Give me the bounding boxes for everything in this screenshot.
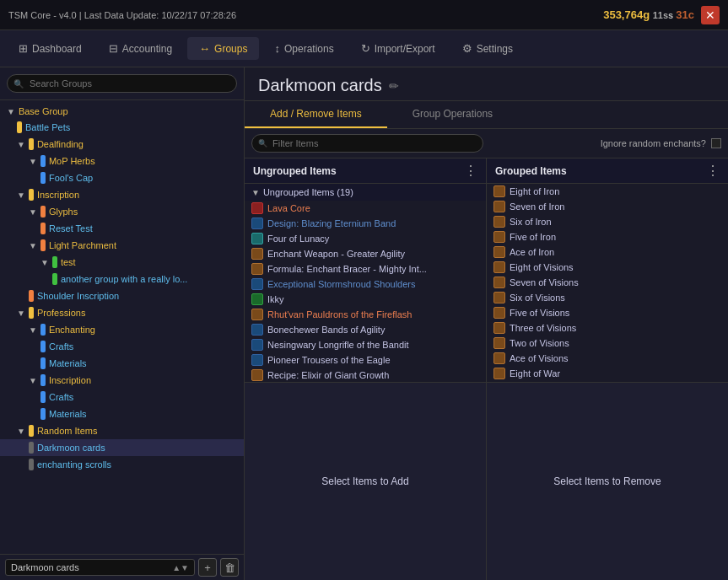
ungrouped-expand-arrow: ▼ bbox=[251, 188, 260, 197]
item-label: Ace of Iron bbox=[510, 247, 554, 257]
tree-item-crafts2[interactable]: Crafts bbox=[0, 389, 244, 405]
grouped-menu-icon[interactable]: ⋮ bbox=[706, 163, 720, 179]
expand-arrow: ▼ bbox=[29, 376, 37, 385]
reset-test-label: Reset Test bbox=[49, 223, 93, 234]
dot-orange bbox=[40, 206, 46, 218]
item-icon bbox=[251, 354, 263, 366]
select-remove-button[interactable]: Select Items to Remove bbox=[487, 382, 728, 581]
add-group-button[interactable]: + bbox=[198, 558, 217, 577]
last-update: Last Data Update: 10/22/17 07:28:26 bbox=[84, 10, 236, 20]
item-label: Pioneer Trousers of the Eagle bbox=[267, 355, 391, 365]
enchanting-label: Enchanting bbox=[49, 325, 95, 335]
item-icon bbox=[251, 339, 263, 351]
crafts-label: Crafts bbox=[49, 341, 73, 352]
ungrouped-list-item[interactable]: Exceptional Stormshroud Shoulders bbox=[245, 277, 486, 292]
ungrouped-list-item[interactable]: Lava Core bbox=[245, 201, 486, 216]
tree-item-inscription[interactable]: ▼ Inscription bbox=[0, 186, 244, 203]
tree-item-materials2[interactable]: Materials bbox=[0, 405, 244, 422]
tree-item-light-parchment[interactable]: ▼ Light Parchment bbox=[0, 237, 244, 254]
nav-groups[interactable]: ↔ Groups bbox=[187, 37, 259, 60]
ungrouped-list-item[interactable]: Enchant Weapon - Greater Agility bbox=[245, 246, 486, 261]
search-input[interactable] bbox=[7, 74, 237, 93]
tab-group-operations[interactable]: Group Operations bbox=[387, 101, 518, 128]
nav-accounting[interactable]: ⊟ Accounting bbox=[97, 37, 184, 60]
nav-dashboard[interactable]: ⊞ Dashboard bbox=[7, 37, 94, 60]
item-label: Eight of Visions bbox=[510, 262, 574, 272]
expand-arrow: ▼ bbox=[29, 325, 37, 335]
grouped-list-item[interactable]: Eight of Visions bbox=[487, 260, 728, 275]
current-group-item: Darkmoon cards ▲▼ bbox=[5, 559, 195, 576]
item-icon bbox=[251, 369, 263, 381]
content-header: Darkmoon cards ✏ bbox=[245, 67, 728, 101]
inscription2-label: Inscription bbox=[49, 375, 91, 385]
delete-group-button[interactable]: 🗑 bbox=[220, 558, 239, 577]
expand-arrow: ▼ bbox=[40, 258, 49, 267]
dot-green bbox=[52, 273, 57, 285]
item-label: Formula: Enchant Bracer - Mighty Int... bbox=[267, 264, 427, 274]
grouped-list-item[interactable]: Ace of Iron bbox=[487, 244, 728, 260]
select-add-button[interactable]: Select Items to Add bbox=[245, 382, 486, 581]
tree-item-reset-test[interactable]: Reset Test bbox=[0, 220, 244, 237]
ungrouped-list-item[interactable]: Ikky bbox=[245, 292, 486, 307]
ungrouped-list-item[interactable]: Rhut'van Pauldrons of the Fireflash bbox=[245, 307, 486, 322]
item-icon bbox=[251, 202, 263, 214]
item-label: Seven of Visions bbox=[510, 277, 579, 287]
filter-input[interactable] bbox=[251, 134, 483, 153]
tree-item-mop-herbs[interactable]: ▼ MoP Herbs bbox=[0, 153, 244, 169]
navbar: ⊞ Dashboard ⊟ Accounting ↔ Groups ↕ Oper… bbox=[0, 30, 728, 67]
ungrouped-list-item[interactable]: Pioneer Trousers of the Eagle bbox=[245, 352, 486, 368]
grouped-list-item[interactable]: Three of Visions bbox=[487, 320, 728, 336]
item-icon bbox=[493, 216, 505, 228]
item-icon bbox=[493, 201, 505, 212]
grouped-list-item[interactable]: Ace of Visions bbox=[487, 351, 728, 366]
ungrouped-panel-title: Ungrouped Items bbox=[253, 165, 337, 177]
ungrouped-list-item[interactable]: Bonechewer Bands of Agility bbox=[245, 322, 486, 337]
tree-item-crafts[interactable]: Crafts bbox=[0, 338, 244, 355]
tree-item-materials[interactable]: Materials bbox=[0, 355, 244, 372]
close-button[interactable]: ✕ bbox=[701, 6, 720, 24]
mop-herbs-label: MoP Herbs bbox=[49, 156, 95, 166]
tree-item-test[interactable]: ▼ test bbox=[0, 254, 244, 271]
tree-item-inscription2[interactable]: ▼ Inscription bbox=[0, 372, 244, 389]
nav-accounting-label: Accounting bbox=[122, 43, 172, 55]
ungrouped-menu-icon[interactable]: ⋮ bbox=[464, 163, 477, 179]
ignore-checkbox[interactable] bbox=[711, 138, 721, 148]
edit-icon[interactable]: ✏ bbox=[389, 79, 399, 93]
ungrouped-list-item[interactable]: Nesingwary Longrifle of the Bandit bbox=[245, 337, 486, 352]
tree-item-enchanting[interactable]: ▼ Enchanting bbox=[0, 321, 244, 338]
app-name: TSM Core - v4.0 bbox=[8, 10, 77, 20]
tree-item-professions[interactable]: ▼ Professions bbox=[0, 304, 244, 321]
grouped-list-item[interactable]: Seven of Iron bbox=[487, 199, 728, 214]
expand-arrow: ▼ bbox=[29, 157, 37, 166]
tree-item-enchanting-scrolls[interactable]: enchanting scrolls bbox=[0, 456, 244, 473]
grouped-list-item[interactable]: Two of Visions bbox=[487, 336, 728, 351]
ungrouped-list-item[interactable]: Four of Lunacy bbox=[245, 231, 486, 246]
tree-item-battle-pets[interactable]: Battle Pets bbox=[0, 119, 244, 136]
tree-item-shoulder-inscription[interactable]: Shoulder Inscription bbox=[0, 287, 244, 304]
grouped-list-item[interactable]: Six of Iron bbox=[487, 214, 728, 229]
nav-settings[interactable]: ⚙ Settings bbox=[450, 37, 525, 60]
tree-item-another-group[interactable]: another group with a really lo... bbox=[0, 271, 244, 287]
grouped-list-item[interactable]: Five of Visions bbox=[487, 305, 728, 320]
grouped-list-item[interactable]: Seven of Visions bbox=[487, 275, 728, 290]
item-icon bbox=[493, 352, 505, 364]
nav-operations[interactable]: ↕ Operations bbox=[262, 37, 345, 60]
tree-item-darkmoon-cards[interactable]: Darkmoon cards bbox=[0, 439, 244, 456]
ungrouped-list-item[interactable]: Design: Blazing Eternium Band bbox=[245, 216, 486, 231]
tab-add-remove[interactable]: Add / Remove Items bbox=[245, 101, 387, 128]
ungrouped-list-item[interactable]: Formula: Enchant Bracer - Mighty Int... bbox=[245, 261, 486, 277]
grouped-list-item[interactable]: Five of Iron bbox=[487, 229, 728, 244]
tree-item-dealfinding[interactable]: ▼ Dealfinding bbox=[0, 136, 244, 153]
ungrouped-list-item[interactable]: Recipe: Elixir of Giant Growth bbox=[245, 368, 486, 382]
dot-gray bbox=[29, 459, 34, 470]
tree-item-base-group[interactable]: ▼ Base Group bbox=[0, 104, 244, 119]
tree-item-glyphs[interactable]: ▼ Glyphs bbox=[0, 203, 244, 220]
nav-import-export[interactable]: ↻ Import/Export bbox=[349, 37, 447, 60]
grouped-list-item[interactable]: Six of Visions bbox=[487, 290, 728, 305]
grouped-list-item[interactable]: Eight of Iron bbox=[487, 184, 728, 199]
materials-label: Materials bbox=[49, 358, 87, 368]
tree-item-fools-cap[interactable]: Fool's Cap bbox=[0, 169, 244, 186]
ungrouped-section-header[interactable]: ▼ Ungrouped Items (19) bbox=[245, 184, 486, 201]
tree-item-random-items[interactable]: ▼ Random Items bbox=[0, 422, 244, 439]
grouped-list-item[interactable]: Eight of War bbox=[487, 366, 728, 381]
